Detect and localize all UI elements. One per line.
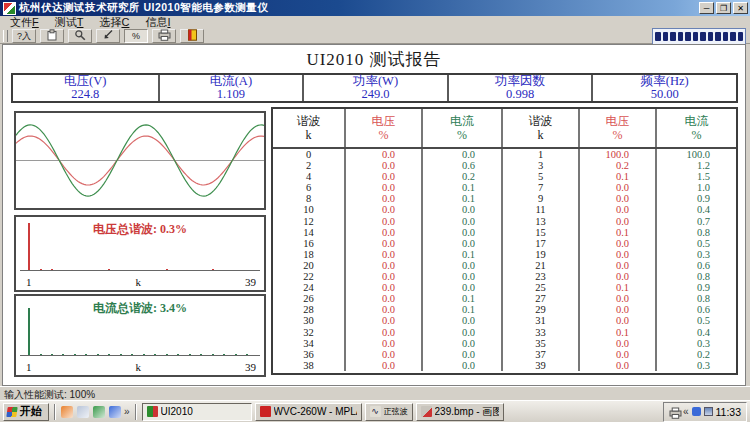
mplab-icon (260, 406, 271, 417)
probe-arrow-button[interactable] (96, 29, 120, 43)
harmonic-cell: 21 (501, 260, 578, 271)
harmonic-cell: 0.8 (655, 227, 736, 238)
toolbar-grip[interactable] (3, 30, 8, 42)
ie-icon[interactable] (109, 406, 121, 418)
harmonic-cell: 0.2 (578, 160, 655, 171)
harmonic-row: 380.00.0390.00.3 (273, 360, 736, 371)
harmonic-cell: 0.0 (344, 227, 421, 238)
restore-button[interactable]: ❐ (716, 2, 731, 14)
close-button[interactable]: ✕ (733, 2, 748, 14)
harmonic-cell: 0.0 (578, 349, 655, 360)
harmonic-cell: 0.9 (655, 282, 736, 293)
harmonic-cell: 0.0 (578, 260, 655, 271)
harmonic-cell: 0.0 (421, 349, 501, 360)
harmonic-cell: 0.0 (344, 249, 421, 260)
harmonic-cell: 1.0 (655, 182, 736, 193)
harmonic-cell: 32 (273, 327, 344, 338)
harmonics-header-cell: 谐波k (501, 109, 578, 147)
x-axis-min-label: 1 (26, 276, 32, 289)
measurement-cell: 功率(W)249.0 (302, 75, 447, 101)
tray-chevron-icon[interactable]: « (683, 406, 689, 417)
harmonic-cell: 30 (273, 315, 344, 326)
show-desktop-icon[interactable] (77, 406, 89, 418)
harmonic-cell: 0.1 (578, 227, 655, 238)
harmonic-cell: 0.0 (344, 193, 421, 204)
clipboard-button[interactable] (40, 29, 64, 43)
task-button-label: WVC-260W - MPLAB... (274, 406, 357, 417)
harmonic-cell: 20 (273, 260, 344, 271)
harmonic-cell: 1.5 (655, 171, 736, 182)
harmonic-cell: 0.8 (655, 271, 736, 282)
harmonic-row: 100.00.0110.00.4 (273, 204, 736, 215)
led-segment (670, 32, 676, 41)
harmonic-cell: 0.0 (344, 338, 421, 349)
x-axis-max-label: 39 (245, 276, 256, 289)
led-segment (715, 32, 721, 41)
harmonic-cell: 0.0 (344, 182, 421, 193)
harmonic-cell: 0.6 (421, 160, 501, 171)
harmonic-cell: 27 (501, 293, 578, 304)
harmonic-row: 200.00.0210.00.6 (273, 260, 736, 271)
current-x-axis (20, 355, 260, 356)
harmonic-cell: 0.1 (578, 327, 655, 338)
measurement-value: 0.998 (449, 88, 592, 101)
clipboard-icon (46, 29, 58, 44)
task-button-2[interactable]: WVC-260W - MPLAB... (255, 403, 362, 421)
taskbar-separator (135, 404, 137, 420)
percent-icon: % (132, 31, 140, 41)
update-icon[interactable] (692, 407, 701, 416)
harmonic-cell: 0.0 (344, 238, 421, 249)
harmonic-cell: 0.2 (655, 349, 736, 360)
task-button-3[interactable]: ∿正弦波形表生成器... (365, 403, 413, 421)
harmonic-cell: 0.1 (578, 171, 655, 182)
percent-button[interactable]: % (124, 29, 148, 43)
task-button-1[interactable]: UI2010 (142, 403, 252, 421)
harmonic-cell: 0.0 (344, 360, 421, 371)
task-button-label: UI2010 (161, 406, 193, 417)
harmonic-cell: 0.0 (421, 282, 501, 293)
harmonic-cell: 10 (273, 204, 344, 215)
harmonic-row: 80.00.190.00.9 (273, 193, 736, 204)
status-text: 输入性能测试: 100% (4, 389, 95, 400)
harmonic-cell: 0.0 (344, 327, 421, 338)
input-test-button[interactable]: ?入 (12, 29, 36, 43)
minimize-button[interactable]: ─ (699, 2, 714, 14)
harmonic-cell: 0.1 (578, 282, 655, 293)
network-icon[interactable] (704, 407, 713, 416)
harmonic-cell: 0.0 (344, 282, 421, 293)
harmonic-cell: 0.0 (578, 249, 655, 260)
waveform-chart (14, 111, 266, 210)
start-button[interactable]: 开始 (3, 403, 49, 421)
search-button[interactable] (68, 29, 92, 43)
task-button-4[interactable]: 239.bmp - 画图 (416, 403, 504, 421)
status-bar: 输入性能测试: 100% (0, 386, 750, 400)
harmonic-cell: 0.5 (655, 315, 736, 326)
harmonic-cell: 38 (273, 360, 344, 371)
harmonic-cell: 0.3 (655, 338, 736, 349)
input-probe-icon: ?入 (17, 31, 31, 41)
printer-icon[interactable] (669, 407, 680, 417)
menu-bar: 文件F测试T选择C信息I (0, 16, 750, 29)
media-player-icon[interactable] (93, 406, 105, 418)
harmonic-cell: 0.1 (421, 182, 501, 193)
print-button[interactable] (152, 29, 176, 43)
exit-button[interactable] (180, 29, 204, 43)
msn-messenger-icon[interactable] (61, 406, 73, 418)
harmonic-cell: 0.4 (655, 327, 736, 338)
led-segment (685, 32, 691, 41)
current-thd-label: 电流总谐波: 3.4% (16, 300, 264, 317)
harmonic-cell: 0.0 (578, 182, 655, 193)
harmonic-cell: 0.0 (421, 149, 501, 160)
harmonic-cell: 0.5 (655, 238, 736, 249)
magnifier-icon (74, 29, 86, 44)
harmonic-row: 240.00.0250.10.9 (273, 282, 736, 293)
harmonics-table: 谐波k电压%电流%谐波k电压%电流% 00.00.01100.0100.020.… (271, 107, 738, 375)
harmonic-row: 280.00.1290.00.6 (273, 304, 736, 315)
harmonic-row: 160.00.0170.00.5 (273, 238, 736, 249)
menu-item-f[interactable]: 文件F (10, 15, 39, 30)
harmonic-cell: 0.1 (421, 293, 501, 304)
harmonic-cell: 0.1 (421, 193, 501, 204)
application-window: 杭州伏达测试技术研究所 UI2010智能电参数测量仪 ─ ❐ ✕ 文件F测试T选… (0, 0, 750, 422)
harmonic-cell: 36 (273, 349, 344, 360)
quick-launch-overflow-chevron[interactable]: » (124, 406, 130, 417)
